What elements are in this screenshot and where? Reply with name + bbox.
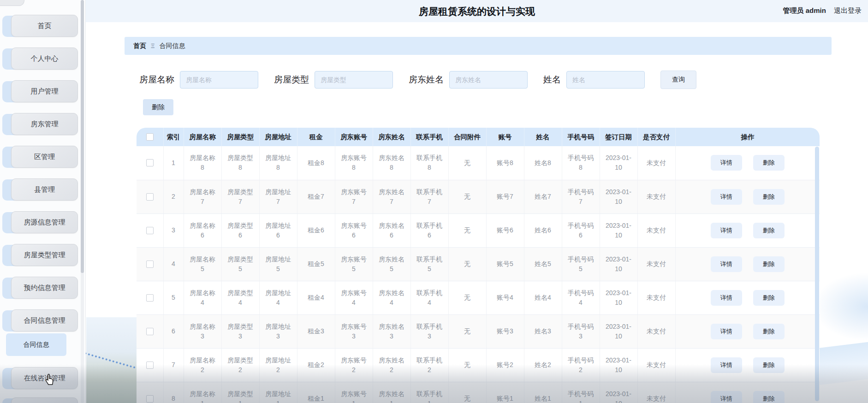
table-cell: 房东姓名3 (373, 314, 410, 348)
select-all-checkbox[interactable] (146, 133, 154, 141)
table-cell: 姓名2 (524, 348, 562, 382)
table-cell: 4 (163, 247, 184, 281)
logout-link[interactable]: 退出登录 (834, 6, 862, 14)
table-cell: 2023-01-10 (600, 247, 637, 281)
filter-field: 房东姓名 (409, 71, 528, 89)
sidebar-subitem-active[interactable]: 合同信息 (6, 333, 66, 356)
detail-button[interactable]: 详情 (711, 391, 742, 403)
breadcrumb-home[interactable]: 首页 (133, 42, 146, 50)
sidebar-item[interactable]: 房东管理 (11, 113, 78, 135)
sidebar-item[interactable]: 房源信息管理 (11, 211, 78, 233)
table-cell: 姓名7 (524, 180, 562, 213)
table-cell: 房屋地址1 (259, 382, 297, 403)
sidebar-scrollbar-thumb[interactable] (81, 0, 84, 273)
row-actions-cell: 详情删除 (675, 180, 820, 213)
user-role-label: 管理员 (783, 6, 803, 14)
sidebar-item[interactable]: 首页 (11, 15, 78, 37)
table-cell: 账号7 (486, 180, 524, 213)
table-row: 5房屋名称4房屋类型4房屋地址4租金4房东账号4房东姓名4联系手机4无账号4姓名… (137, 281, 820, 314)
table-cell: 房东姓名7 (373, 180, 410, 213)
delete-row-button[interactable]: 删除 (753, 290, 785, 306)
sidebar-item[interactable]: 用户管理 (11, 80, 78, 102)
row-select-checkbox[interactable] (146, 395, 154, 403)
row-select-checkbox[interactable] (146, 227, 154, 234)
row-select-checkbox[interactable] (146, 159, 154, 166)
detail-button[interactable]: 详情 (711, 223, 742, 238)
table-header-cell: 姓名 (524, 128, 562, 146)
table-cell: 房屋地址7 (259, 180, 297, 213)
sidebar-item-partially-visible[interactable] (11, 397, 78, 403)
search-button[interactable]: 查询 (660, 71, 696, 89)
username-label: admin (806, 6, 826, 14)
table-header-cell: 联系手机 (410, 128, 448, 146)
table-cell: 6 (163, 314, 184, 348)
row-select-checkbox[interactable] (146, 362, 154, 369)
sidebar-item-label: 区管理 (11, 146, 78, 168)
table-cell: 姓名3 (524, 314, 562, 348)
table-scrollbar-thumb[interactable] (815, 147, 819, 401)
detail-button[interactable]: 详情 (711, 155, 742, 171)
row-select-checkbox[interactable] (146, 328, 154, 335)
table-cell: 房屋名称1 (184, 382, 221, 403)
filter-label: 房屋类型 (274, 74, 309, 86)
filter-input[interactable] (180, 71, 258, 89)
sidebar-item[interactable]: 合同信息管理 (11, 309, 78, 332)
delete-row-button[interactable]: 删除 (753, 357, 785, 373)
sidebar-item-label: 个人中心 (11, 47, 78, 70)
table-cell: 房东账号5 (335, 247, 373, 281)
sidebar-item-label: 合同信息管理 (11, 309, 78, 332)
row-select-cell (137, 247, 163, 281)
table-header-cell: 签订日期 (600, 128, 637, 146)
sidebar-item[interactable]: 县管理 (11, 178, 78, 201)
table-row: 4房屋名称5房屋类型5房屋地址5租金5房东账号5房东姓名5联系手机5无账号5姓名… (137, 247, 820, 281)
table-cell: 房东账号1 (335, 382, 373, 403)
table-row: 7房屋名称2房屋类型2房屋地址2租金2房东账号2房东姓名2联系手机2无账号2姓名… (137, 348, 820, 382)
delete-row-button[interactable]: 删除 (753, 155, 785, 171)
row-select-cell (137, 382, 163, 403)
table-cell: 房屋名称4 (184, 281, 221, 314)
detail-button[interactable]: 详情 (711, 290, 742, 306)
sidebar-item-label (11, 397, 78, 403)
filter-label: 房屋名称 (139, 74, 174, 86)
filter-input[interactable] (566, 71, 645, 89)
table-cell: 房东姓名6 (373, 213, 410, 247)
batch-delete-button[interactable]: 删除 (143, 99, 173, 115)
row-select-checkbox[interactable] (146, 294, 154, 302)
row-select-checkbox[interactable] (146, 193, 154, 201)
sidebar-item[interactable]: 区管理 (11, 146, 78, 168)
delete-row-button[interactable]: 删除 (753, 223, 785, 238)
detail-button[interactable]: 详情 (711, 324, 742, 339)
background-wave-right (813, 272, 868, 341)
sidebar-item[interactable]: 房屋类型管理 (11, 244, 78, 266)
table-cell: 无 (448, 180, 486, 213)
table-cell: 未支付 (637, 213, 675, 247)
table-cell: 账号3 (486, 314, 524, 348)
table-cell: 账号6 (486, 213, 524, 247)
sidebar-item[interactable]: 个人中心 (11, 47, 78, 70)
table-cell: 房屋类型2 (221, 348, 259, 382)
contracts-table-container: 索引房屋名称房屋类型房屋地址租金房东账号房东姓名联系手机合同附件账号姓名手机号码… (137, 128, 820, 403)
delete-row-button[interactable]: 删除 (753, 324, 785, 339)
sidebar-scrolled-item-fragment (0, 0, 24, 6)
table-cell: 账号2 (486, 348, 524, 382)
filter-input[interactable] (315, 71, 393, 89)
row-actions-cell: 详情删除 (675, 382, 820, 403)
delete-row-button[interactable]: 删除 (753, 189, 785, 205)
row-select-cell (137, 281, 163, 314)
detail-button[interactable]: 详情 (711, 256, 742, 272)
row-actions-cell: 详情删除 (675, 146, 820, 180)
row-select-checkbox[interactable] (146, 261, 154, 268)
table-cell: 联系手机7 (410, 180, 448, 213)
sidebar-item[interactable]: 预约信息管理 (11, 277, 78, 299)
table-cell: 房东姓名5 (373, 247, 410, 281)
detail-button[interactable]: 详情 (711, 189, 742, 205)
delete-row-button[interactable]: 删除 (753, 391, 785, 403)
table-cell: 未支付 (637, 281, 675, 314)
table-cell: 房屋地址2 (259, 348, 297, 382)
table-cell: 2023-01-10 (600, 213, 637, 247)
detail-button[interactable]: 详情 (711, 357, 742, 373)
filter-input[interactable] (449, 71, 528, 89)
sidebar-item[interactable]: 在线咨询管理 (11, 367, 78, 389)
delete-row-button[interactable]: 删除 (753, 256, 785, 272)
table-cell: 租金6 (297, 213, 335, 247)
